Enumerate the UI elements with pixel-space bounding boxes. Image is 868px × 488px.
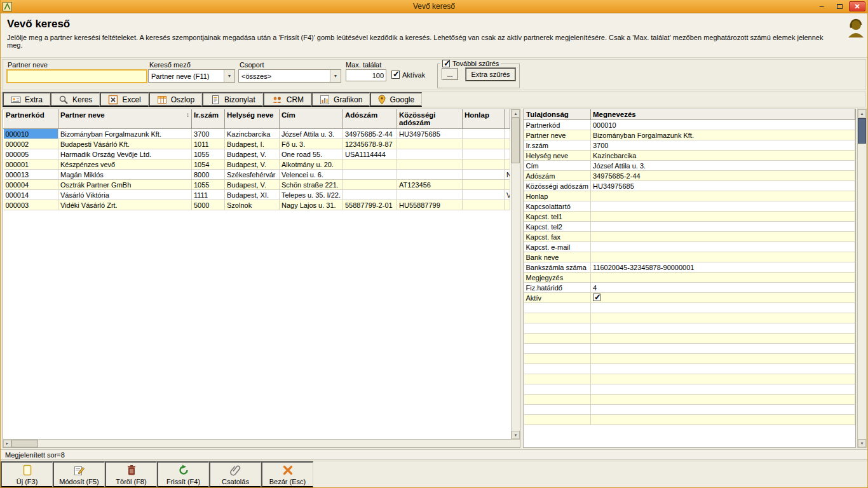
- table-row[interactable]: 000013Magán Miklós8000SzékesfehérvárVele…: [4, 170, 510, 180]
- cell[interactable]: [591, 273, 855, 283]
- cell[interactable]: [505, 129, 510, 139]
- cell[interactable]: 55887799-2-01: [343, 200, 397, 210]
- cell[interactable]: József Attila u. 3.: [280, 129, 343, 139]
- cell[interactable]: 000001: [4, 159, 58, 170]
- cell[interactable]: 34975685-2-44: [343, 129, 397, 139]
- scroll-down-icon[interactable]: ▼: [512, 431, 520, 439]
- cell[interactable]: Alkotmány u. 20.: [280, 159, 343, 170]
- detail-row[interactable]: Helység neveKazincbarcika: [524, 151, 855, 161]
- cell[interactable]: Budapest, V.: [225, 180, 280, 190]
- column-header[interactable]: Adószám: [343, 110, 397, 129]
- cell[interactable]: [397, 190, 463, 200]
- details-vertical-scrollbar[interactable]: ▲ ▼: [857, 109, 867, 448]
- document-button[interactable]: Bizonylat: [202, 92, 263, 107]
- cell[interactable]: USA1114444: [343, 149, 397, 159]
- detail-row[interactable]: Partnerkód000010: [524, 120, 855, 130]
- cell[interactable]: Fő u. 3.: [280, 139, 343, 149]
- scrollbar-thumb[interactable]: [858, 118, 866, 144]
- scroll-down-icon[interactable]: ▼: [858, 439, 866, 447]
- column-header[interactable]: ↕Partner neve: [58, 110, 192, 129]
- cell[interactable]: 000003: [4, 200, 58, 210]
- cell[interactable]: [591, 191, 855, 201]
- cell[interactable]: Budapest, I.: [225, 139, 280, 149]
- cell[interactable]: V: [505, 190, 510, 200]
- cell[interactable]: One road 55.: [280, 149, 343, 159]
- detail-row[interactable]: Kapcst. tel1: [524, 212, 855, 222]
- detail-row[interactable]: Bankszámla száma116020045-32345878-90000…: [524, 262, 855, 273]
- cell[interactable]: 1055: [192, 180, 225, 190]
- cell[interactable]: Velencei u. 6.: [280, 170, 343, 180]
- more-filter-button[interactable]: ...: [442, 68, 458, 80]
- scrollbar-thumb[interactable]: [11, 440, 38, 447]
- cell[interactable]: Harmadik Ország Vevője Ltd.: [58, 149, 192, 159]
- cell[interactable]: 3700: [591, 140, 855, 151]
- cell[interactable]: [397, 139, 463, 149]
- cell[interactable]: [343, 170, 397, 180]
- cell[interactable]: [463, 200, 505, 210]
- table-row[interactable]: 000010Bizományban Forgalmazunk Kft.3700K…: [4, 129, 510, 139]
- max-results-input[interactable]: [346, 69, 386, 81]
- cell[interactable]: Telepes u. 35. I/22.: [280, 190, 343, 200]
- detail-row[interactable]: Közösségi adószámHU34975685: [524, 181, 855, 191]
- table-row[interactable]: 000001Készpénzes vevő1054Budapest, V.Alk…: [4, 159, 510, 170]
- detail-row[interactable]: Kapcsolattartó: [524, 201, 855, 212]
- detail-row[interactable]: Kapcst. fax: [524, 232, 855, 242]
- cell[interactable]: Budapest, V.: [225, 159, 280, 170]
- cell[interactable]: Vidéki Vásárló Zrt.: [58, 200, 192, 210]
- cell[interactable]: 4: [591, 283, 855, 293]
- cell[interactable]: 1111: [192, 190, 225, 200]
- cell[interactable]: 1054: [192, 159, 225, 170]
- cell[interactable]: [591, 242, 855, 252]
- cell[interactable]: Budapesti Vásárló Kft.: [58, 139, 192, 149]
- column-header[interactable]: Honlap: [463, 110, 505, 129]
- cell[interactable]: 000013: [4, 170, 58, 180]
- cell[interactable]: 34975685-2-44: [591, 171, 855, 181]
- cell[interactable]: [591, 222, 855, 232]
- cell[interactable]: [505, 200, 510, 210]
- chart-button[interactable]: Grafikon: [311, 92, 370, 107]
- cell[interactable]: Vásárló Viktória: [58, 190, 192, 200]
- cell[interactable]: [463, 170, 505, 180]
- cell[interactable]: 3700: [192, 129, 225, 139]
- cell[interactable]: [463, 129, 505, 139]
- cell[interactable]: 12345678-9-87: [343, 139, 397, 149]
- table-row[interactable]: 000005Harmadik Ország Vevője Ltd.1055Bud…: [4, 149, 510, 159]
- cell[interactable]: [463, 180, 505, 190]
- cell[interactable]: 000010: [4, 129, 58, 139]
- cell[interactable]: Bizományban Forgalmazunk Kft.: [591, 130, 855, 140]
- maximize-button[interactable]: [831, 1, 848, 11]
- cell[interactable]: [343, 159, 397, 170]
- results-vertical-scrollbar[interactable]: ▲ ▼: [511, 109, 520, 439]
- cell[interactable]: AT123456: [397, 180, 463, 190]
- cell[interactable]: Közösségi adószám: [524, 181, 591, 191]
- cell[interactable]: [397, 149, 463, 159]
- attach-button[interactable]: Csatolás: [209, 461, 261, 487]
- cell[interactable]: Megjegyzés: [524, 273, 591, 283]
- column-header[interactable]: [505, 110, 510, 129]
- cell[interactable]: N: [505, 170, 510, 180]
- cell[interactable]: Kapcst. tel1: [524, 212, 591, 222]
- column-header[interactable]: Ir.szám: [192, 110, 225, 129]
- cell[interactable]: Bankszámla száma: [524, 262, 591, 273]
- detail-row[interactable]: Ir.szám3700: [524, 140, 855, 151]
- scroll-right-icon[interactable]: ►: [3, 440, 11, 447]
- detail-row[interactable]: Aktív: [524, 293, 855, 303]
- cell[interactable]: 8000: [192, 170, 225, 180]
- table-row[interactable]: 000014Vásárló Viktória1111Budapest, XI.T…: [4, 190, 510, 200]
- cell[interactable]: [591, 201, 855, 212]
- column-header[interactable]: Közösségi adószám: [397, 110, 463, 129]
- cell[interactable]: 000004: [4, 180, 58, 190]
- scroll-up-icon[interactable]: ▲: [512, 109, 520, 118]
- columns-button[interactable]: Oszlop: [149, 92, 202, 107]
- new-button[interactable]: Új (F3): [1, 461, 53, 487]
- cell[interactable]: Kapcst. tel2: [524, 222, 591, 232]
- cell[interactable]: 1011: [192, 139, 225, 149]
- minimize-button[interactable]: –: [813, 1, 830, 11]
- cell[interactable]: Schön straße 221.: [280, 180, 343, 190]
- cell[interactable]: Fiz.határidő: [524, 283, 591, 293]
- cell[interactable]: [591, 252, 855, 262]
- cell[interactable]: HU55887799: [397, 200, 463, 210]
- detail-row[interactable]: Megjegyzés: [524, 273, 855, 283]
- cell[interactable]: József Attila u. 3.: [591, 161, 855, 171]
- cell[interactable]: 1055: [192, 149, 225, 159]
